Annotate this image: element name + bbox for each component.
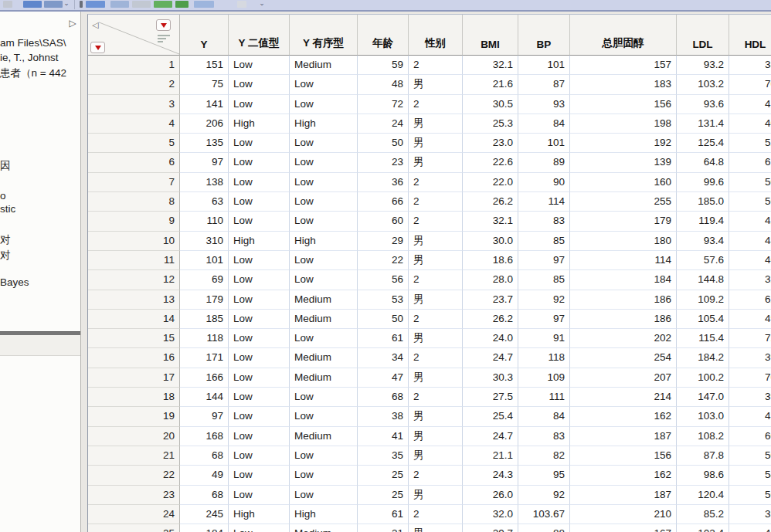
data-cell-bp[interactable]: 111 (518, 388, 570, 407)
data-cell-ldl[interactable]: 131.4 (677, 114, 729, 134)
column-header-y_bin[interactable]: Y 二值型 (229, 15, 290, 56)
data-cell-hdl[interactable]: 32 (729, 270, 771, 290)
data-cell-tc[interactable]: 162 (570, 407, 677, 426)
row-number-cell[interactable]: 25 (88, 524, 180, 532)
data-cell-ldl[interactable]: 147.0 (677, 388, 729, 407)
row-number-cell[interactable]: 9 (88, 212, 180, 231)
table-collapse-icon[interactable]: ◁ (92, 20, 98, 29)
data-cell-bp[interactable]: 84 (518, 114, 570, 134)
data-cell-tc[interactable]: 207 (570, 368, 677, 388)
data-cell-hdl[interactable]: 52 (729, 134, 771, 153)
data-cell-hdl[interactable]: 72 (729, 329, 771, 348)
data-cell-sex[interactable]: 男 (409, 446, 463, 466)
data-cell-y[interactable]: 49 (180, 466, 229, 485)
data-cell-y_bin[interactable]: Low (229, 310, 290, 329)
data-cell-y[interactable]: 171 (180, 348, 229, 368)
data-cell-bmi[interactable]: 28.0 (463, 270, 518, 290)
column-header-hdl[interactable]: HDL (729, 15, 771, 56)
data-cell-tc[interactable]: 210 (570, 505, 677, 524)
data-cell-sex[interactable]: 男 (409, 486, 463, 505)
data-cell-hdl[interactable]: 56 (729, 486, 771, 505)
data-cell-tc[interactable]: 156 (570, 446, 677, 466)
data-cell-y_ord[interactable]: Medium (290, 524, 358, 532)
data-cell-age[interactable]: 35 (358, 446, 409, 466)
data-cell-y_ord[interactable]: Low (290, 212, 358, 231)
row-number-cell[interactable]: 17 (88, 368, 180, 388)
data-cell-y[interactable]: 97 (180, 407, 229, 426)
data-cell-hdl[interactable]: 39 (729, 348, 771, 368)
data-cell-ldl[interactable]: 93.2 (677, 56, 729, 75)
data-cell-sex[interactable]: 男 (409, 290, 463, 310)
data-cell-y[interactable]: 141 (180, 95, 229, 114)
data-cell-bp[interactable]: 83 (518, 212, 570, 231)
data-cell-y[interactable]: 184 (180, 524, 229, 532)
data-cell-age[interactable]: 50 (358, 134, 409, 153)
data-cell-ldl[interactable]: 99.6 (677, 173, 729, 192)
row-number-cell[interactable]: 6 (88, 153, 180, 172)
data-cell-ldl[interactable]: 115.4 (677, 329, 729, 348)
data-cell-bp[interactable]: 101 (518, 56, 570, 75)
data-cell-age[interactable]: 31 (358, 524, 409, 532)
data-cell-ldl[interactable]: 93.4 (677, 232, 729, 251)
data-cell-y_bin[interactable]: Low (229, 348, 290, 368)
data-cell-hdl[interactable]: 42 (729, 407, 771, 426)
data-cell-hdl[interactable]: 46 (729, 251, 771, 270)
data-cell-y_ord[interactable]: Medium (290, 427, 358, 446)
data-cell-bp[interactable]: 118 (518, 348, 570, 368)
row-number-cell[interactable]: 15 (88, 329, 180, 348)
data-cell-age[interactable]: 61 (358, 329, 409, 348)
data-cell-y_ord[interactable]: High (290, 114, 358, 134)
data-cell-bp[interactable]: 97 (518, 310, 570, 329)
data-cell-sex[interactable]: 2 (409, 95, 463, 114)
data-cell-y_ord[interactable]: Low (290, 251, 358, 270)
data-cell-y_bin[interactable]: Low (229, 524, 290, 532)
file-icon-fragment[interactable] (3, 1, 12, 8)
save-icon-fragment[interactable] (23, 1, 42, 8)
toolbar-overflow-icon[interactable]: ⌄ (62, 0, 71, 8)
data-cell-y_bin[interactable]: Low (229, 290, 290, 310)
row-number-cell[interactable]: 8 (88, 192, 180, 212)
data-cell-sex[interactable]: 2 (409, 56, 463, 75)
data-cell-age[interactable]: 22 (358, 251, 409, 270)
row-number-cell[interactable]: 21 (88, 446, 180, 466)
data-cell-sex[interactable]: 2 (409, 348, 463, 368)
data-cell-bmi[interactable]: 32.1 (463, 212, 518, 231)
data-cell-y_bin[interactable]: Low (229, 95, 290, 114)
data-cell-bmi[interactable]: 32.0 (463, 505, 518, 524)
data-cell-bp[interactable]: 85 (518, 232, 570, 251)
data-cell-tc[interactable]: 214 (570, 388, 677, 407)
data-cell-bp[interactable]: 89 (518, 153, 570, 172)
data-cell-hdl[interactable]: 60 (729, 427, 771, 446)
data-cell-age[interactable]: 47 (358, 368, 409, 388)
data-cell-ldl[interactable]: 120.4 (677, 486, 729, 505)
data-cell-sex[interactable]: 2 (409, 310, 463, 329)
data-cell-bmi[interactable]: 21.6 (463, 75, 518, 94)
data-cell-y_bin[interactable]: Low (229, 368, 290, 388)
data-cell-sex[interactable]: 2 (409, 388, 463, 407)
data-cell-bp[interactable]: 109 (518, 368, 570, 388)
data-cell-y_bin[interactable]: Low (229, 153, 290, 172)
data-cell-age[interactable]: 61 (358, 505, 409, 524)
data-cell-hdl[interactable]: 42 (729, 212, 771, 231)
data-cell-sex[interactable]: 2 (409, 466, 463, 485)
data-cell-y[interactable]: 110 (180, 212, 229, 231)
data-cell-tc[interactable]: 156 (570, 95, 677, 114)
data-cell-y_ord[interactable]: Medium (290, 368, 358, 388)
data-cell-y[interactable]: 135 (180, 134, 229, 153)
grid-icon-fragment[interactable] (110, 1, 129, 8)
data-cell-y_ord[interactable]: Low (290, 407, 358, 426)
data-cell-y[interactable]: 185 (180, 310, 229, 329)
row-number-cell[interactable]: 11 (88, 251, 180, 270)
data-cell-y_bin[interactable]: Low (229, 466, 290, 485)
data-cell-hdl[interactable]: 50 (729, 446, 771, 466)
data-cell-tc[interactable]: 114 (570, 251, 677, 270)
data-cell-ldl[interactable]: 98.6 (677, 466, 729, 485)
row-number-cell[interactable]: 18 (88, 388, 180, 407)
data-cell-bmi[interactable]: 24.7 (463, 348, 518, 368)
data-cell-y_ord[interactable]: Low (290, 153, 358, 172)
data-cell-sex[interactable]: 男 (409, 114, 463, 134)
data-cell-bp[interactable]: 114 (518, 192, 570, 212)
disabled-icon-fragment[interactable] (237, 1, 246, 8)
data-cell-bmi[interactable]: 23.7 (463, 290, 518, 310)
data-cell-age[interactable]: 48 (358, 75, 409, 94)
